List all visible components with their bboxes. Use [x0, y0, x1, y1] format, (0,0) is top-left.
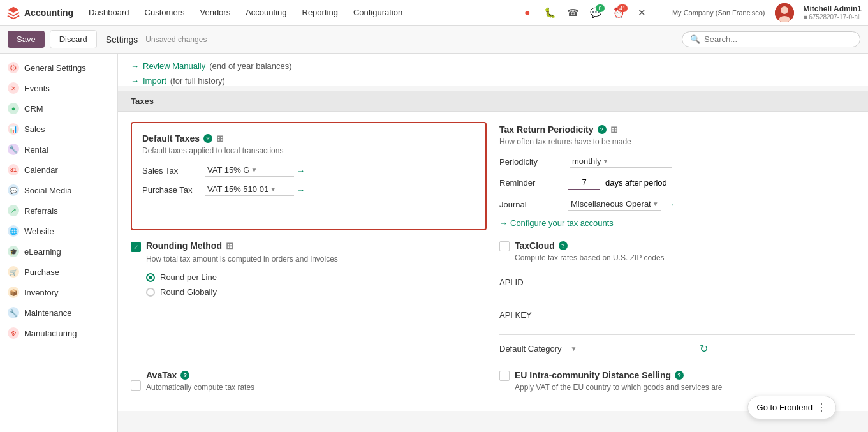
sidebar-item-events[interactable]: ✕ Events [0, 78, 117, 98]
configure-tax-accounts-link[interactable]: → Configure your tax accounts [499, 218, 855, 228]
api-id-row: API ID [499, 278, 855, 302]
phone-icon[interactable]: ☎ [564, 4, 582, 22]
sales-tax-external-icon[interactable]: → [297, 166, 305, 175]
sidebar-label-website: Website [24, 227, 54, 236]
reminder-label: Reminder [499, 178, 563, 188]
sales-tax-dropdown[interactable]: VAT 15% G ▼ [205, 164, 294, 177]
periodicity-label: Periodicity [499, 157, 563, 167]
search-input[interactable] [704, 34, 852, 44]
bug-icon[interactable]: 🐛 [541, 4, 559, 22]
sidebar-item-inventory[interactable]: 📦 Inventory [0, 282, 117, 302]
clock-badge: 41 [617, 4, 628, 12]
eu-distance-info-icon[interactable]: ? [675, 371, 684, 380]
tax-return-info-icon[interactable]: ? [598, 125, 607, 134]
default-category-dropdown[interactable]: ▼ [567, 344, 695, 354]
purchase-tax-external-icon[interactable]: → [297, 185, 305, 195]
sales-icon: 📊 [8, 123, 19, 135]
taxcloud-subtitle: Compute tax rates based on U.S. ZIP code… [515, 253, 665, 262]
sidebar-item-elearning[interactable]: 🎓 eLearning [0, 241, 117, 262]
nav-customers[interactable]: Customers [138, 5, 191, 20]
journal-external-icon[interactable]: → [666, 200, 675, 209]
main-layout: ⚙ General Settings ✕ Events ● CRM 📊 Sale… [0, 54, 868, 432]
sidebar-label-inventory: Inventory [24, 288, 58, 297]
reminder-input[interactable] [568, 175, 600, 190]
sidebar-item-crm[interactable]: ● CRM [0, 98, 117, 119]
rounding-grid-icon[interactable]: ⊞ [226, 241, 233, 251]
chat-badge: 8 [596, 4, 605, 12]
nav-dashboard[interactable]: Dashboard [82, 5, 136, 20]
eu-distance-subtitle: Apply VAT of the EU country to which goo… [515, 383, 723, 392]
nav-accounting[interactable]: Accounting [239, 5, 293, 20]
rounding-method-box: ✓ Rounding Method ⊞ How total tax amount… [131, 241, 487, 360]
unsaved-changes: Unsaved changes [145, 35, 207, 44]
nav-vendors[interactable]: Vendors [193, 5, 237, 20]
chat-icon[interactable]: 💬 8 [587, 4, 605, 22]
review-manually-link[interactable]: → Review Manually (end of year balances) [131, 61, 855, 71]
website-icon: 🌐 [8, 225, 19, 237]
import-arrow: → [131, 76, 139, 86]
more-options-icon[interactable]: ⋮ [816, 401, 827, 413]
round-per-line-option[interactable]: Round per Line [146, 272, 487, 282]
avatax-info-icon[interactable]: ? [180, 371, 189, 380]
close-icon[interactable]: ✕ [633, 4, 651, 22]
manufacturing-icon: ⚙ [8, 327, 19, 339]
settings-label: Settings [106, 34, 138, 45]
sidebar-item-referrals[interactable]: ↗ Referrals [0, 200, 117, 221]
api-key-input-line [499, 322, 855, 335]
calendar-icon: 31 [8, 164, 19, 175]
avatax-checkbox[interactable] [131, 380, 141, 391]
nav-reporting[interactable]: Reporting [296, 5, 344, 20]
rounding-options: Round per Line Round Globally [146, 272, 487, 297]
configure-link-text: Configure your tax accounts [510, 218, 614, 228]
red-dot-icon[interactable]: ● [519, 4, 536, 22]
sidebar-label-calendar: Calendar [24, 165, 58, 175]
elearning-icon: 🎓 [8, 246, 19, 257]
tax-return-grid-icon[interactable]: ⊞ [610, 124, 618, 135]
purchase-tax-dropdown[interactable]: VAT 15% 510 01 ▼ [205, 183, 294, 196]
sidebar-item-sales[interactable]: 📊 Sales [0, 119, 117, 139]
rounding-checkbox[interactable]: ✓ [131, 242, 141, 252]
sidebar-item-manufacturing[interactable]: ⚙ Manufacturing [0, 323, 117, 343]
sidebar-item-general-settings[interactable]: ⚙ General Settings [0, 57, 117, 78]
sidebar-item-purchase[interactable]: 🛒 Purchase [0, 262, 117, 282]
go-to-frontend-button[interactable]: Go to Frontend ⋮ [747, 396, 836, 419]
taxcloud-info-icon[interactable]: ? [559, 241, 568, 250]
avatar[interactable] [775, 3, 794, 22]
top-links: → Review Manually (end of year balances)… [118, 54, 868, 86]
discard-button[interactable]: Discard [50, 30, 97, 48]
import-link[interactable]: → Import (for full history) [131, 76, 855, 86]
default-taxes-subtitle: Default taxes applied to local transacti… [142, 146, 475, 155]
rounding-title: Rounding Method ⊞ [146, 241, 233, 251]
rounding-header: ✓ Rounding Method ⊞ [131, 241, 487, 253]
round-globally-label: Round Globally [160, 287, 217, 297]
refresh-icon[interactable]: ↻ [700, 343, 708, 355]
user-name: Mitchell Admin1 [803, 4, 862, 13]
app-logo[interactable]: Accounting [6, 6, 73, 20]
default-taxes-grid-icon[interactable]: ⊞ [216, 133, 224, 144]
avatax-subtitle: Automatically compute tax rates [146, 383, 254, 392]
taxcloud-checkbox[interactable] [499, 241, 510, 251]
journal-dropdown[interactable]: Miscellaneous Operat ▼ [568, 198, 661, 211]
events-icon: ✕ [8, 82, 19, 94]
journal-value: Miscellaneous Operat [571, 199, 651, 209]
save-button[interactable]: Save [8, 31, 45, 48]
sidebar-item-calendar[interactable]: 31 Calendar [0, 160, 117, 180]
journal-label: Journal [499, 200, 563, 209]
sidebar-item-website[interactable]: 🌐 Website [0, 221, 117, 241]
avatax-title: AvaTax ? [146, 370, 254, 380]
periodicity-arrow-icon: ▼ [603, 158, 609, 165]
maintenance-icon: 🔧 [8, 307, 19, 318]
clock-icon[interactable]: ⏰ 41 [610, 4, 628, 22]
sidebar-item-rental[interactable]: 🔧 Rental [0, 139, 117, 160]
rental-icon: 🔧 [8, 144, 19, 155]
periodicity-dropdown[interactable]: monthly ▼ [570, 155, 672, 168]
top-nav: Accounting Dashboard Customers Vendors A… [0, 0, 868, 26]
round-globally-option[interactable]: Round Globally [146, 287, 487, 297]
sidebar-label-purchase: Purchase [24, 267, 59, 277]
eu-distance-checkbox[interactable] [499, 371, 510, 381]
sidebar-item-maintenance[interactable]: 🔧 Maintenance [0, 302, 117, 323]
default-category-arrow-icon: ▼ [571, 345, 577, 352]
sidebar-item-social-media[interactable]: 💬 Social Media [0, 180, 117, 200]
default-taxes-info-icon[interactable]: ? [203, 134, 212, 143]
nav-configuration[interactable]: Configuration [347, 5, 409, 20]
